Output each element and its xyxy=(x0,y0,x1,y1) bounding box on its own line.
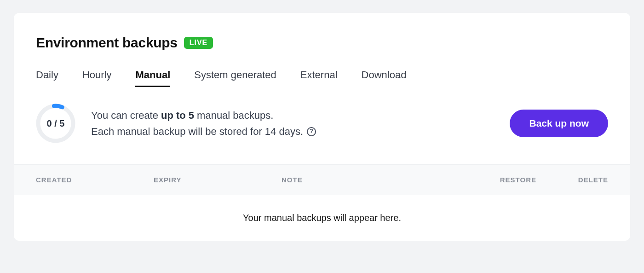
help-icon[interactable]: ? xyxy=(307,127,316,136)
column-header-restore: RESTORE xyxy=(498,176,562,184)
column-header-note: NOTE xyxy=(282,176,498,184)
page-title: Environment backups xyxy=(36,35,178,51)
backup-now-button[interactable]: Back up now xyxy=(510,110,608,137)
text: You can create xyxy=(91,107,158,123)
column-header-delete: DELETE xyxy=(562,176,608,184)
text-bold: up to 5 xyxy=(161,107,194,123)
description: You can create up to 5 manual backups. E… xyxy=(91,107,494,139)
tab-download[interactable]: Download xyxy=(362,69,407,87)
column-header-created: CREATED xyxy=(36,176,154,184)
description-line-2: Each manual backup will be stored for 14… xyxy=(91,123,494,139)
card-inner: Environment backups LIVE Daily Hourly Ma… xyxy=(14,13,630,143)
tabs: Daily Hourly Manual System generated Ext… xyxy=(36,69,608,87)
tab-system-generated[interactable]: System generated xyxy=(194,69,276,87)
tab-manual[interactable]: Manual xyxy=(135,69,170,87)
table-empty-state: Your manual backups will appear here. xyxy=(14,195,630,241)
backups-card: Environment backups LIVE Daily Hourly Ma… xyxy=(14,13,630,241)
progress-label: 0 / 5 xyxy=(47,118,65,129)
info-row: 0 / 5 You can create up to 5 manual back… xyxy=(36,104,608,143)
tab-daily[interactable]: Daily xyxy=(36,69,58,87)
live-badge: LIVE xyxy=(184,37,213,49)
tab-hourly[interactable]: Hourly xyxy=(82,69,112,87)
tab-external[interactable]: External xyxy=(300,69,338,87)
text: manual backups. xyxy=(197,107,273,123)
table-header: CREATED EXPIRY NOTE RESTORE DELETE xyxy=(14,164,630,195)
text: Each manual backup will be stored for 14… xyxy=(91,123,303,139)
column-header-expiry: EXPIRY xyxy=(154,176,282,184)
header-row: Environment backups LIVE xyxy=(36,35,608,51)
progress-circle: 0 / 5 xyxy=(36,104,75,143)
description-line-1: You can create up to 5 manual backups. xyxy=(91,107,494,123)
